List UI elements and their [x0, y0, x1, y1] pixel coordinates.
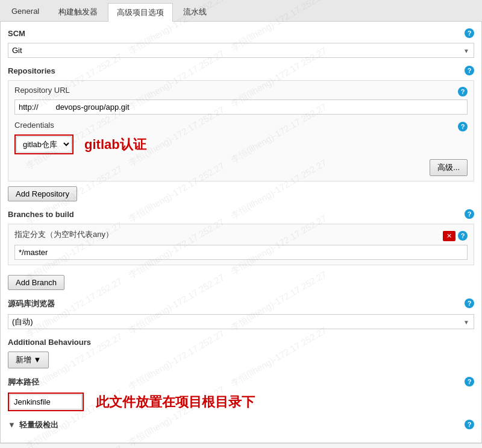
scm-section: SCM ? None Git	[8, 27, 474, 58]
delete-branch-button[interactable]: ✕	[443, 231, 455, 241]
branches-section: Branches to build ? 指定分支（为空时代表any） ✕ ? A…	[8, 207, 474, 290]
script-path-help-icon[interactable]: ?	[465, 377, 474, 386]
script-path-row: 此文件放置在项目根目录下	[8, 393, 474, 411]
branches-help-icon[interactable]: ?	[465, 209, 474, 219]
add-branch-row: Add Branch	[8, 270, 474, 290]
credentials-row: gitlab仓库 gitlab认证	[14, 134, 468, 154]
tab-build-triggers[interactable]: 构建触发器	[49, 2, 107, 21]
repositories-label: Repositories	[8, 64, 55, 77]
tab-advanced-options[interactable]: 高级项目选项	[108, 3, 173, 22]
source-browser-select[interactable]: (自动)	[8, 314, 474, 329]
repo-url-label: Repository URL	[14, 86, 70, 95]
branches-body: 指定分支（为空时代表any） ✕ ?	[8, 224, 474, 265]
branch-help-icon[interactable]: ?	[458, 231, 468, 241]
tab-pipeline[interactable]: 流水线	[174, 2, 216, 21]
script-path-section: 脚本路径 ? 此文件放置在项目根目录下	[8, 374, 474, 411]
additional-behaviours-label: Additional Behaviours	[8, 335, 91, 348]
branches-label: Branches to build	[8, 207, 74, 220]
additional-behaviours-section: Additional Behaviours 新增 ▼	[8, 335, 474, 368]
scm-label: SCM	[8, 27, 25, 39]
advanced-button[interactable]: 高级...	[430, 159, 468, 176]
tab-bar: General 构建触发器 高级项目选项 流水线	[0, 0, 482, 22]
branch-input[interactable]	[14, 245, 468, 260]
add-repository-row: Add Repository	[8, 186, 474, 201]
repositories-body: Repository URL ? Credentials ? gitlab仓库 …	[8, 80, 474, 181]
collapse-icon: ▼	[8, 420, 16, 429]
credentials-label: Credentials	[14, 121, 54, 130]
advanced-btn-row: 高级...	[14, 159, 468, 176]
branch-specifier-label: 指定分支（为空时代表any）	[14, 229, 113, 240]
scm-select[interactable]: None Git	[8, 43, 474, 58]
source-browser-select-wrapper: (自动)	[8, 314, 474, 329]
lightweight-checkout-section: ▼ 轻量级检出 ?	[8, 417, 474, 432]
lightweight-checkout-help-icon[interactable]: ?	[465, 420, 474, 429]
credentials-select[interactable]: gitlab仓库	[16, 136, 72, 153]
add-behaviour-button[interactable]: 新增 ▼	[8, 352, 49, 368]
tab-general[interactable]: General	[2, 2, 48, 21]
add-branch-button[interactable]: Add Branch	[8, 275, 64, 290]
repositories-section: Repositories ? Repository URL ? Credenti…	[8, 64, 474, 201]
script-path-annotation: 此文件放置在项目根目录下	[96, 393, 255, 411]
script-path-input[interactable]	[10, 394, 82, 409]
bottom-bar: 保存 应用	[0, 443, 482, 448]
script-path-input-highlight	[8, 393, 84, 411]
scm-select-wrapper: None Git	[8, 43, 474, 58]
source-browser-section: 源码库浏览器 ? (自动)	[8, 296, 474, 329]
credentials-select-highlight: gitlab仓库	[14, 134, 74, 154]
repo-url-input[interactable]	[14, 99, 468, 115]
source-browser-help-icon[interactable]: ?	[465, 298, 474, 308]
script-path-label: 脚本路径	[8, 374, 39, 389]
source-browser-label: 源码库浏览器	[8, 296, 55, 311]
scm-help-icon[interactable]: ?	[465, 28, 474, 38]
repositories-help-icon[interactable]: ?	[465, 66, 474, 75]
credentials-annotation: gitlab认证	[84, 136, 146, 154]
main-content: SCM ? None Git Repositories ? Repository…	[0, 22, 482, 443]
lightweight-checkout-label: 轻量级检出	[19, 417, 58, 432]
repo-url-help-icon[interactable]: ?	[458, 87, 468, 96]
credentials-help-icon[interactable]: ?	[458, 122, 468, 131]
add-repository-button[interactable]: Add Repository	[8, 186, 77, 201]
